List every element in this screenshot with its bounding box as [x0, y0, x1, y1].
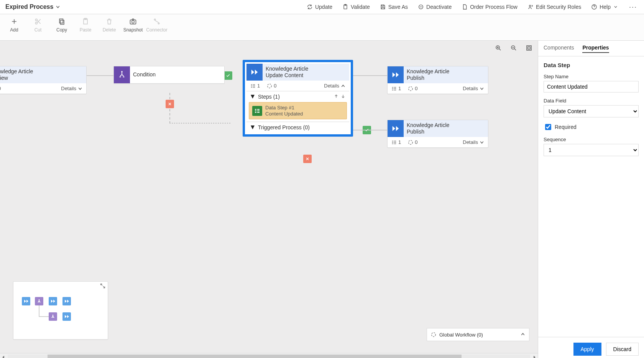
checkbox-required[interactable] [545, 124, 551, 130]
toolbar-label: Deactivate [426, 4, 452, 10]
scroll-track[interactable] [8, 355, 530, 358]
canvas[interactable]: Knowledge Article Review 0 Details [0, 41, 538, 358]
scissors-icon [34, 18, 42, 25]
x-icon [305, 157, 310, 161]
ribbon: Add Cut Copy Paste Delete Snapshot Conne… [0, 14, 644, 41]
minimap-node [35, 297, 43, 305]
stage-update-content[interactable]: Knowledge Article Update Content 1 0 Det… [243, 60, 353, 137]
saveas-button[interactable]: Save As [380, 4, 408, 10]
details-label: Details [463, 139, 478, 145]
stage-review[interactable]: Knowledge Article Review 0 Details [0, 66, 87, 94]
label-sequence: Sequence [544, 137, 639, 142]
chevron-up-icon [341, 84, 345, 88]
spinner-icon [408, 140, 413, 145]
connector-icon [153, 18, 161, 25]
label-step-name: Step Name [544, 74, 639, 79]
arrow-down-icon[interactable] [341, 94, 345, 99]
svg-point-22 [409, 140, 413, 144]
field-data-field: Data Field Update Content [544, 98, 639, 117]
triangle-collapse-icon [250, 94, 255, 99]
stage-subtitle: Review [0, 75, 83, 82]
details-button[interactable]: Details [324, 83, 345, 89]
document-icon [462, 4, 468, 10]
zoom-in-icon [495, 45, 502, 51]
minimap-line [39, 305, 39, 316]
minimap[interactable] [13, 281, 108, 340]
section-triggered[interactable]: Triggered Process (0) [246, 122, 349, 133]
toolbar-label: Order Process Flow [470, 4, 518, 10]
stage-publish-1[interactable]: Knowledge Article Publish 1 0 Details [387, 66, 488, 94]
scroll-right-button[interactable] [531, 354, 538, 358]
ribbon-label: Snapshot [121, 27, 145, 33]
arrow-up-icon[interactable] [334, 94, 338, 99]
svg-rect-7 [61, 20, 64, 25]
stage-title: Knowledge Article [0, 68, 83, 75]
details-button[interactable]: Details [61, 86, 82, 91]
paste-button[interactable]: Paste [74, 16, 97, 33]
clipboard-icon [342, 4, 348, 10]
count: 1 [398, 139, 401, 145]
stage-publish-2[interactable]: Knowledge Article Publish 1 0 Details [387, 120, 488, 148]
fit-button[interactable] [525, 44, 533, 52]
delete-button[interactable]: Delete [97, 16, 121, 33]
select-sequence[interactable]: 1 [544, 144, 639, 156]
chevron-down-icon [56, 5, 60, 9]
zoom-in-button[interactable] [494, 44, 503, 52]
tab-components[interactable]: Components [544, 45, 574, 53]
chevron-down-icon [480, 86, 484, 91]
select-data-field[interactable]: Update Content [544, 105, 639, 117]
minimap-node [62, 312, 71, 321]
ribbon-label: Copy [50, 27, 74, 33]
stage-condition[interactable]: Condition [113, 66, 225, 84]
fit-icon [526, 45, 532, 51]
spinner-icon [267, 83, 272, 89]
count: 1 [257, 83, 260, 89]
snapshot-button[interactable]: Snapshot [121, 16, 145, 33]
steps-icon [250, 83, 256, 89]
zoom-out-button[interactable] [509, 44, 518, 52]
validate-button[interactable]: Validate [342, 4, 370, 10]
more-button[interactable]: ··· [628, 3, 639, 11]
horizontal-scrollbar[interactable] [0, 353, 538, 358]
scroll-thumb[interactable] [48, 355, 462, 358]
svg-rect-8 [59, 19, 63, 23]
scroll-left-button[interactable] [0, 354, 7, 358]
properties-panel: Components Properties Data Step Step Nam… [538, 41, 644, 358]
details-button[interactable]: Details [463, 86, 484, 91]
ribbon-label: Cut [26, 27, 50, 33]
svg-point-20 [268, 84, 272, 88]
discard-button[interactable]: Discard [606, 343, 639, 356]
minimap-node [62, 297, 71, 305]
input-step-name[interactable] [544, 81, 639, 92]
cut-button[interactable]: Cut [26, 16, 50, 33]
global-workflow-toggle[interactable]: Global Workflow (0) [427, 328, 529, 341]
x-icon [168, 102, 172, 106]
process-title-text: Expired Process [5, 3, 53, 10]
edit-roles-button[interactable]: Edit Security Roles [527, 4, 581, 10]
help-icon [591, 4, 597, 10]
connector-button[interactable]: Connector [145, 16, 169, 33]
panel-title: Data Step [544, 62, 639, 68]
tab-properties[interactable]: Properties [582, 45, 609, 53]
copy-icon [58, 18, 66, 25]
copy-button[interactable]: Copy [50, 16, 74, 33]
stage-title: Knowledge Article [266, 66, 346, 73]
process-title[interactable]: Expired Process [5, 3, 60, 10]
deactivate-button[interactable]: Deactivate [418, 4, 452, 10]
toolbar-label: Validate [351, 4, 370, 10]
minimap-expand-button[interactable] [100, 283, 105, 290]
ribbon-label: Paste [74, 27, 97, 33]
panel-tabs: Components Properties [538, 41, 644, 56]
update-button[interactable]: Update [307, 4, 332, 10]
stage-subtitle: Publish [407, 129, 485, 135]
apply-button[interactable]: Apply [573, 343, 601, 356]
section-steps[interactable]: Steps (1) [246, 91, 349, 102]
data-step-row[interactable]: Data Step #1 Content Updated [249, 102, 347, 119]
stage-subtitle: Update Content [266, 72, 346, 79]
minimap-line [39, 316, 49, 317]
add-button[interactable]: Add [2, 16, 26, 33]
details-button[interactable]: Details [463, 139, 484, 145]
order-flow-button[interactable]: Order Process Flow [462, 4, 518, 10]
panel-footer: Apply Discard [538, 337, 644, 358]
help-button[interactable]: Help [591, 4, 618, 10]
